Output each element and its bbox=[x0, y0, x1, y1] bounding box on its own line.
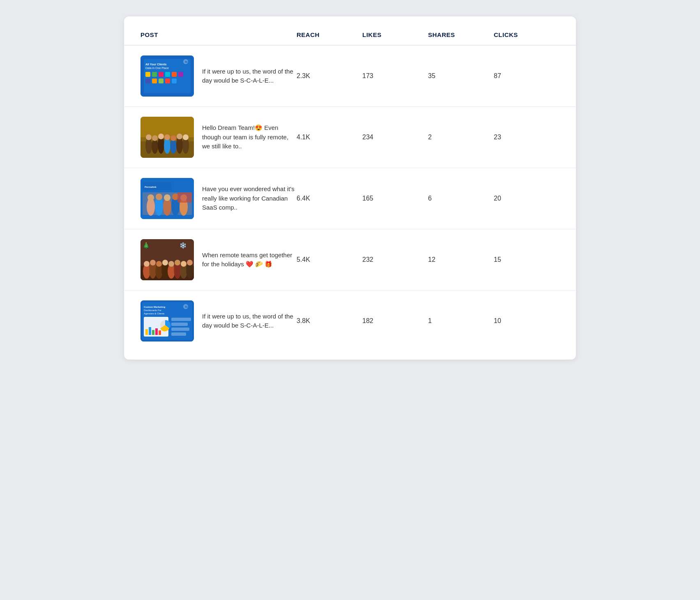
table-row[interactable]: Permalink Have you ever wondered what it… bbox=[124, 168, 576, 229]
svg-text:Dashboards For: Dashboards For bbox=[144, 309, 161, 312]
svg-rect-81 bbox=[159, 330, 161, 335]
svg-text:Permalink: Permalink bbox=[145, 186, 157, 188]
likes-value: 182 bbox=[362, 317, 428, 325]
svg-rect-5 bbox=[152, 72, 157, 77]
svg-rect-88 bbox=[171, 332, 186, 336]
svg-point-33 bbox=[183, 134, 189, 140]
reach-value: 5.4K bbox=[297, 256, 362, 263]
svg-text:All Your Clients: All Your Clients bbox=[145, 63, 167, 66]
post-cell: All Your Clients Data in One Place fb If… bbox=[140, 55, 297, 97]
header-clicks: CLICKS bbox=[494, 31, 560, 38]
svg-point-28 bbox=[152, 135, 158, 141]
likes-value: 173 bbox=[362, 72, 428, 80]
table-body: All Your Clients Data in One Place fb If… bbox=[124, 46, 576, 351]
reach-value: 6.4K bbox=[297, 195, 362, 202]
header-post: POST bbox=[140, 31, 297, 38]
svg-point-44 bbox=[147, 194, 154, 201]
header-likes: LIKES bbox=[362, 31, 428, 38]
svg-rect-18 bbox=[140, 117, 194, 137]
likes-value: 234 bbox=[362, 134, 428, 141]
svg-rect-78 bbox=[149, 327, 151, 335]
svg-point-31 bbox=[170, 135, 176, 141]
svg-point-64 bbox=[162, 260, 168, 265]
svg-rect-86 bbox=[171, 323, 188, 326]
likes-value: 165 bbox=[362, 195, 428, 202]
svg-rect-49 bbox=[177, 192, 192, 203]
table-header: POST REACH LIKES SHARES CLICKS bbox=[124, 25, 576, 46]
svg-text:Custom Marketing: Custom Marketing bbox=[144, 306, 166, 308]
table-row[interactable]: Custom Marketing Dashboards For Agencies… bbox=[124, 291, 576, 351]
post-cell: Hello Dream Team!😍 Even though our team … bbox=[140, 117, 297, 158]
svg-text:❄️: ❄️ bbox=[180, 242, 187, 249]
svg-point-27 bbox=[146, 134, 152, 140]
header-reach: REACH bbox=[297, 31, 362, 38]
svg-point-66 bbox=[175, 260, 180, 265]
svg-point-68 bbox=[187, 260, 193, 265]
svg-point-30 bbox=[164, 134, 170, 140]
post-text: If it were up to us, the word of the day… bbox=[202, 67, 297, 85]
post-text: Hello Dream Team!😍 Even though our team … bbox=[202, 123, 297, 151]
svg-rect-87 bbox=[171, 328, 189, 331]
post-thumbnail: Permalink bbox=[140, 178, 194, 219]
svg-point-21 bbox=[152, 139, 158, 154]
post-text: When remote teams get together for the h… bbox=[202, 251, 297, 269]
header-shares: SHARES bbox=[428, 31, 494, 38]
svg-rect-11 bbox=[152, 78, 157, 83]
svg-text:Data in One Place: Data in One Place bbox=[145, 67, 169, 69]
svg-rect-6 bbox=[159, 72, 163, 77]
reach-value: 3.8K bbox=[297, 317, 362, 325]
svg-point-45 bbox=[156, 194, 162, 200]
svg-rect-12 bbox=[159, 78, 163, 83]
svg-rect-80 bbox=[155, 328, 158, 335]
shares-value: 1 bbox=[428, 317, 494, 325]
svg-point-62 bbox=[150, 260, 156, 265]
clicks-value: 23 bbox=[494, 134, 560, 141]
shares-value: 35 bbox=[428, 72, 494, 80]
shares-value: 6 bbox=[428, 195, 494, 202]
post-thumbnail: Custom Marketing Dashboards For Agencies… bbox=[140, 300, 194, 342]
posts-table: POST REACH LIKES SHARES CLICKS All Your … bbox=[124, 16, 576, 360]
svg-rect-9 bbox=[178, 72, 183, 77]
shares-value: 2 bbox=[428, 134, 494, 141]
svg-point-29 bbox=[158, 134, 164, 139]
reach-value: 2.3K bbox=[297, 72, 362, 80]
svg-rect-77 bbox=[145, 329, 148, 335]
svg-text:Agencies & Clients: Agencies & Clients bbox=[144, 312, 164, 315]
reach-value: 4.1K bbox=[297, 134, 362, 141]
post-thumbnail: 🎄 ❄️ bbox=[140, 239, 194, 280]
svg-point-67 bbox=[181, 261, 187, 267]
svg-rect-13 bbox=[165, 78, 170, 83]
post-cell: Custom Marketing Dashboards For Agencies… bbox=[140, 300, 297, 342]
svg-text:fb: fb bbox=[185, 60, 188, 63]
table-row[interactable]: 🎄 ❄️ When remote teams get together for … bbox=[124, 229, 576, 291]
svg-point-32 bbox=[177, 134, 182, 139]
svg-text:fb: fb bbox=[185, 305, 188, 308]
clicks-value: 87 bbox=[494, 72, 560, 80]
post-text: Have you ever wondered what it's really … bbox=[202, 185, 297, 212]
post-thumbnail bbox=[140, 117, 194, 158]
shares-value: 12 bbox=[428, 256, 494, 263]
likes-value: 232 bbox=[362, 256, 428, 263]
post-text: If it were up to us, the word of the day… bbox=[202, 312, 297, 330]
table-row[interactable]: All Your Clients Data in One Place fb If… bbox=[124, 46, 576, 107]
svg-point-61 bbox=[144, 261, 150, 267]
svg-text:🎄: 🎄 bbox=[143, 242, 150, 249]
svg-rect-14 bbox=[172, 78, 177, 83]
post-cell: 🎄 ❄️ When remote teams get together for … bbox=[140, 239, 297, 280]
clicks-value: 15 bbox=[494, 256, 560, 263]
svg-point-63 bbox=[156, 261, 162, 267]
post-cell: Permalink Have you ever wondered what it… bbox=[140, 178, 297, 219]
clicks-value: 10 bbox=[494, 317, 560, 325]
svg-rect-85 bbox=[171, 318, 191, 321]
svg-rect-7 bbox=[165, 72, 170, 77]
svg-point-24 bbox=[170, 139, 177, 154]
svg-rect-8 bbox=[172, 72, 177, 77]
table-row[interactable]: Hello Dream Team!😍 Even though our team … bbox=[124, 107, 576, 168]
svg-rect-10 bbox=[145, 78, 150, 83]
svg-point-65 bbox=[168, 261, 174, 267]
svg-rect-79 bbox=[152, 330, 154, 335]
post-thumbnail: All Your Clients Data in One Place fb bbox=[140, 55, 194, 97]
clicks-value: 20 bbox=[494, 195, 560, 202]
svg-rect-4 bbox=[145, 72, 150, 77]
svg-point-46 bbox=[164, 194, 170, 201]
